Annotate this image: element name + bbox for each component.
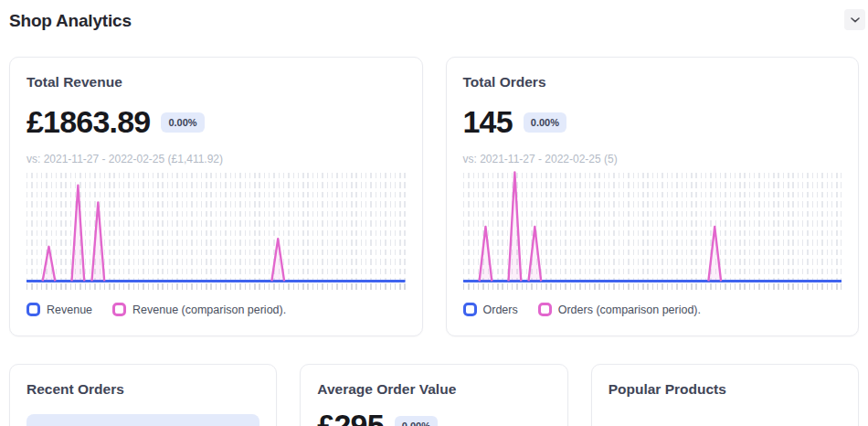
recent-orders-table-header (26, 414, 259, 426)
card-title: Total Orders (463, 74, 842, 91)
metric-row: £295 0.00% (317, 409, 550, 426)
legend-item-revenue[interactable]: Revenue (26, 303, 92, 316)
topbar: Shop Analytics (0, 0, 868, 46)
orders-comparison-text: vs: 2021-11-27 - 2022-02-25 (5) (463, 153, 842, 165)
aov-change-badge: 0.00% (395, 416, 438, 426)
revenue-series-swatch (26, 303, 40, 316)
revenue-chart-legend: Revenue Revenue (comparison period). (26, 303, 406, 316)
orders-sparkline-chart[interactable] (463, 169, 842, 290)
total-orders-card: Total Orders 145 0.00% vs: 2021-11-27 - … (446, 57, 860, 336)
metric-row: £1863.89 0.00% (26, 105, 406, 139)
legend-item-orders[interactable]: Orders (463, 303, 518, 316)
legend-label: Orders (483, 304, 518, 316)
page-title: Shop Analytics (9, 11, 132, 31)
legend-item-orders-comparison[interactable]: Orders (comparison period). (538, 303, 701, 316)
orders-chart-legend: Orders Orders (comparison period). (463, 303, 842, 316)
card-title: Average Order Value (317, 381, 550, 398)
revenue-change-badge: 0.00% (161, 112, 204, 133)
collapse-panel-button[interactable] (844, 9, 865, 30)
legend-label: Revenue (47, 304, 92, 316)
kpi-card-row: Total Revenue £1863.89 0.00% vs: 2021-11… (9, 57, 859, 336)
total-revenue-value: £1863.89 (26, 105, 150, 139)
average-order-value-card: Average Order Value £295 0.00% (300, 364, 567, 426)
revenue-comparison-series-swatch (112, 303, 126, 316)
revenue-sparkline-chart[interactable] (26, 169, 406, 290)
total-orders-value: 145 (463, 105, 513, 139)
total-revenue-card: Total Revenue £1863.89 0.00% vs: 2021-11… (9, 57, 423, 336)
chevron-down-icon (851, 17, 860, 23)
card-title: Total Revenue (26, 74, 406, 91)
legend-label: Revenue (comparison period). (132, 304, 286, 316)
revenue-comparison-text: vs: 2021-11-27 - 2022-02-25 (£1,411.92) (26, 153, 406, 165)
average-order-value: £295 (317, 409, 383, 426)
popular-products-card: Popular Products (591, 364, 859, 426)
orders-series-swatch (463, 303, 477, 316)
secondary-card-row: Recent Orders Average Order Value £295 0… (9, 364, 859, 426)
card-title: Popular Products (609, 381, 842, 398)
metric-row: 145 0.00% (463, 105, 842, 139)
card-title: Recent Orders (26, 381, 259, 398)
orders-comparison-series-swatch (538, 303, 552, 316)
legend-label: Orders (comparison period). (558, 304, 701, 316)
orders-change-badge: 0.00% (524, 112, 566, 133)
recent-orders-card: Recent Orders (9, 364, 277, 426)
legend-item-revenue-comparison[interactable]: Revenue (comparison period). (112, 303, 286, 316)
